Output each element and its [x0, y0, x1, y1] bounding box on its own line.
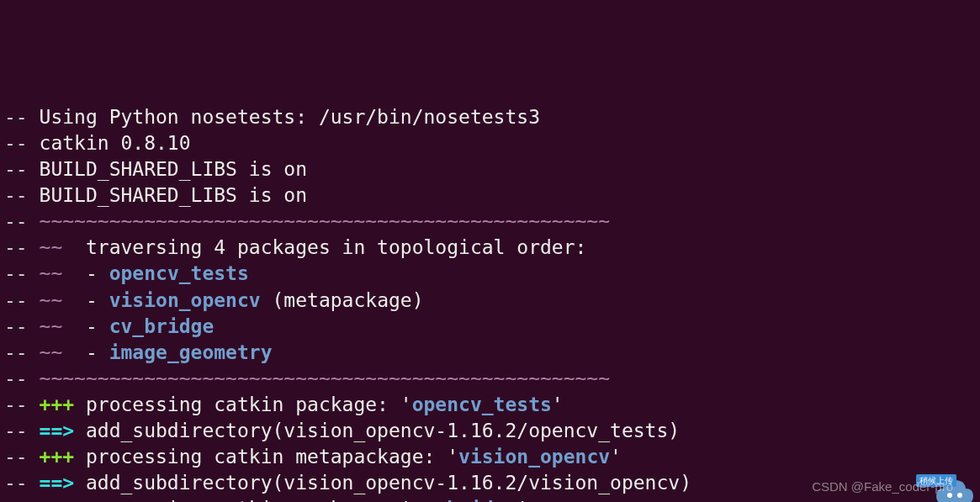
- text-segment: Using Python nosetests: /usr/bin/nosetes…: [40, 106, 540, 128]
- text-segment: --: [4, 394, 40, 415]
- terminal-line: -- BUILD_SHARED_LIBS is on: [4, 182, 976, 209]
- watermark-text: CSDN @Fake_coder-pro: [812, 478, 953, 495]
- text-segment: processing catkin package: ': [74, 394, 412, 415]
- text-segment: -: [62, 289, 109, 311]
- text-segment: opencv_tests: [109, 262, 249, 284]
- text-segment: -: [62, 262, 109, 284]
- terminal-line: -- BUILD_SHARED_LIBS is on: [4, 156, 976, 182]
- text-segment: +++: [40, 394, 75, 415]
- terminal-line: -- ~~ - vision_opencv (metapackage): [4, 288, 976, 314]
- text-segment: ~~: [40, 289, 63, 311]
- text-segment: --: [4, 315, 40, 337]
- text-segment: (metapackage): [261, 289, 424, 311]
- text-segment: ~~~~~~~~~~~~~~~~~~~~~~~~~~~~~~~~~~~~~~~~…: [40, 367, 611, 389]
- text-segment: cv_bridge: [412, 498, 517, 502]
- terminal-line: -- Using Python nosetests: /usr/bin/nose…: [4, 104, 976, 130]
- terminal-line: -- ~~ - opencv_tests: [4, 261, 976, 287]
- text-segment: --: [4, 498, 40, 502]
- svg-point-1: [957, 493, 962, 498]
- text-segment: vision_opencv: [109, 289, 261, 311]
- terminal-line: -- ~~ - cv_bridge: [4, 314, 976, 340]
- terminal-line: -- ~~ - image_geometry: [4, 340, 976, 366]
- text-segment: --: [4, 132, 40, 154]
- text-segment: -: [62, 341, 109, 363]
- text-segment: --: [4, 158, 40, 180]
- text-segment: BUILD_SHARED_LIBS is on: [40, 158, 308, 180]
- terminal-line: -- +++ processing catkin package: 'openc…: [4, 392, 976, 418]
- terminal-line: -- ==> add_subdirectory(vision_opencv-1.…: [4, 418, 976, 444]
- text-segment: traversing 4 packages in topological ord…: [62, 236, 586, 258]
- text-segment: +++: [40, 498, 75, 502]
- terminal-line: -- ~~~~~~~~~~~~~~~~~~~~~~~~~~~~~~~~~~~~~…: [4, 366, 976, 392]
- text-segment: ': [516, 498, 528, 502]
- text-segment: --: [4, 106, 40, 128]
- text-segment: --: [4, 184, 40, 206]
- text-segment: --: [4, 262, 40, 284]
- terminal-line: -- +++ processing catkin metapackage: 'v…: [4, 444, 976, 470]
- text-segment: ==>: [40, 472, 75, 494]
- text-segment: -: [62, 315, 109, 337]
- text-segment: image_geometry: [109, 341, 273, 363]
- text-segment: ~~: [40, 262, 63, 284]
- terminal-output: -- Using Python nosetests: /usr/bin/nose…: [4, 104, 976, 502]
- text-segment: --: [4, 420, 40, 441]
- text-segment: add_subdirectory(vision_opencv-1.16.2/op…: [74, 420, 680, 441]
- text-segment: ==>: [40, 420, 75, 441]
- text-segment: ~~: [40, 341, 63, 363]
- text-segment: --: [4, 341, 40, 363]
- terminal-line: -- ~~~~~~~~~~~~~~~~~~~~~~~~~~~~~~~~~~~~~…: [4, 209, 976, 235]
- text-segment: --: [4, 367, 40, 389]
- text-segment: --: [4, 446, 40, 468]
- text-segment: ~~: [40, 236, 63, 258]
- text-segment: --: [4, 472, 40, 494]
- text-segment: vision_opencv: [458, 446, 610, 468]
- text-segment: ~~: [40, 315, 63, 337]
- text-segment: --: [4, 236, 40, 258]
- text-segment: +++: [40, 446, 75, 468]
- text-segment: catkin 0.8.10: [40, 132, 191, 154]
- terminal-line: -- catkin 0.8.10: [4, 130, 976, 156]
- text-segment: cv_bridge: [109, 315, 215, 337]
- text-segment: ': [610, 446, 622, 468]
- terminal-line: -- ~~ traversing 4 packages in topologic…: [4, 235, 976, 261]
- terminal-line: -- +++ processing catkin package: 'cv_br…: [4, 496, 976, 502]
- text-segment: processing catkin metapackage: ': [74, 446, 458, 468]
- text-segment: processing catkin package: ': [74, 498, 412, 502]
- text-segment: ~~~~~~~~~~~~~~~~~~~~~~~~~~~~~~~~~~~~~~~~…: [40, 210, 611, 232]
- text-segment: opencv_tests: [412, 394, 552, 415]
- text-segment: --: [4, 210, 40, 232]
- text-segment: add_subdirectory(vision_opencv-1.16.2/vi…: [74, 472, 691, 494]
- text-segment: BUILD_SHARED_LIBS is on: [40, 184, 308, 206]
- text-segment: --: [4, 289, 40, 311]
- text-segment: ': [552, 394, 564, 415]
